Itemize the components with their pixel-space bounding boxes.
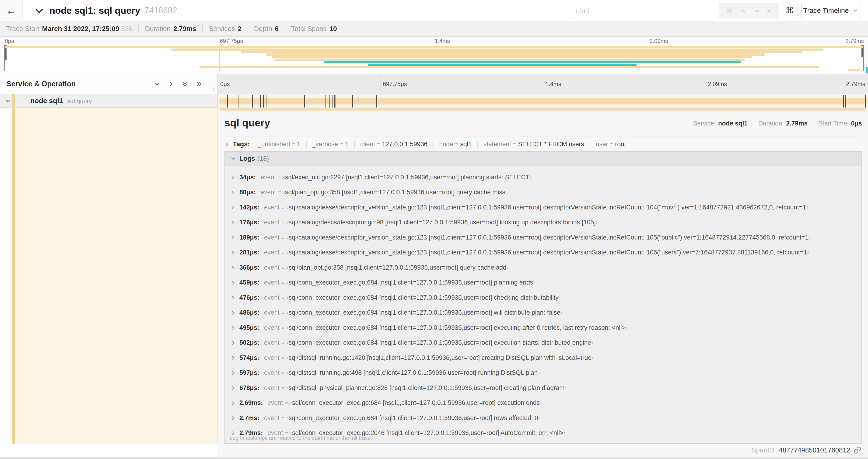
locate-icon[interactable] — [725, 7, 733, 15]
span-detail-row: sql query Service:node sql1Duration:2.79… — [0, 108, 868, 444]
log-body: event=‹sql/exec_util.go:2297 [nsql1,clie… — [260, 174, 532, 181]
log-tick — [266, 95, 267, 107]
log-quote-close: › — [626, 324, 628, 331]
log-row[interactable]: 486μs:event=‹sql/conn_executor_exec.go:6… — [225, 305, 862, 321]
log-row[interactable]: 476μs:event=‹sql/conn_executor_exec.go:6… — [225, 290, 862, 305]
log-equals: = — [281, 204, 285, 210]
log-equals: = — [281, 280, 285, 286]
log-tick — [332, 95, 333, 107]
log-field-key: event — [264, 204, 280, 211]
log-tick — [376, 95, 377, 107]
log-chevron-icon — [230, 190, 236, 195]
log-message: sql/conn_executor_exec.go:684 [nsql1,cli… — [289, 324, 626, 331]
spanid-label: SpanID: — [751, 447, 776, 454]
span-row-label[interactable]: node sql1 sql query — [0, 94, 217, 108]
log-timestamp: 486μs: — [239, 309, 259, 316]
log-equals: = — [281, 234, 285, 241]
log-row[interactable]: 597μs:event=‹sql/distsql_running.go:498 … — [225, 365, 862, 381]
find-input[interactable] — [570, 3, 719, 19]
minimap-canvas[interactable] — [4, 45, 864, 71]
collapse-one-icon[interactable] — [154, 80, 160, 88]
detail-span-bar — [219, 108, 866, 110]
log-quote-close: › — [596, 219, 598, 226]
log-row[interactable]: 142μs:event=‹sql/catalog/lease/descripto… — [225, 200, 862, 215]
log-equals: = — [278, 174, 281, 181]
span-bar-cell[interactable] — [217, 94, 868, 108]
tags-section[interactable]: Tags: _unfinished=1_verbose=1client=127.… — [223, 139, 862, 150]
log-row[interactable]: 678μs:event=‹sql/distsql_physical_planne… — [225, 381, 862, 396]
log-chevron-icon — [230, 220, 236, 225]
log-row[interactable]: 80μs:event=‹sql/plan_opt.go:358 [nsql1,c… — [225, 185, 862, 200]
keyboard-shortcuts-button[interactable]: ⌘ — [782, 3, 798, 18]
log-equals: = — [281, 264, 285, 271]
clear-find-icon[interactable]: × — [767, 7, 771, 15]
log-equals: = — [281, 219, 285, 226]
find-prev-icon[interactable] — [739, 7, 747, 15]
summary-label: Services — [209, 25, 235, 33]
logs-header[interactable]: Logs (18) — [225, 152, 862, 166]
log-quote-open: ‹ — [286, 339, 289, 346]
log-quote-close: › — [538, 415, 540, 421]
logs-count: (18) — [257, 155, 269, 162]
log-quote-open: ‹ — [286, 415, 289, 421]
log-row[interactable]: 495μs:event=‹sql/conn_executor_exec.go:6… — [225, 320, 862, 335]
log-row[interactable]: 459μs:event=‹sql/conn_executor_exec.go:6… — [225, 275, 862, 290]
column-resize-handle[interactable] — [213, 87, 217, 92]
trace-collapse-chevron-icon[interactable] — [34, 6, 44, 16]
log-row[interactable]: 2.69ms:event=‹sql/conn_executor_exec.go:… — [225, 396, 862, 411]
log-message: sql/catalog/lease/descriptor_version_sta… — [289, 249, 807, 256]
summary-label: Trace Start — [6, 25, 39, 33]
collapse-all-icon[interactable] — [182, 80, 189, 88]
log-chevron-icon — [230, 204, 236, 210]
log-row[interactable]: 34μs:event=‹sql/exec_util.go:2297 [nsql1… — [225, 170, 862, 185]
span-collapse-chevron-icon[interactable] — [5, 97, 11, 104]
log-timestamp: 678μs: — [239, 384, 259, 392]
log-row[interactable]: 201μs:event=‹sql/catalog/lease/descripto… — [225, 245, 862, 260]
log-row[interactable]: 502μs:event=‹sql/conn_executor_exec.go:6… — [225, 335, 862, 351]
view-options-button[interactable]: Trace Timeline — [801, 3, 860, 18]
log-row[interactable]: 189μs:event=‹sql/catalog/lease/descripto… — [225, 230, 862, 245]
log-chevron-icon — [230, 280, 236, 286]
tag-equals: = — [340, 141, 343, 147]
log-message: sql/distsql_physical_planner.go:828 [nsq… — [289, 384, 565, 391]
log-equals: = — [281, 385, 285, 391]
timeline-axis-label: 2.79ms — [846, 74, 865, 94]
detail-left-panel — [15, 108, 217, 444]
log-field-key: event — [264, 264, 280, 271]
log-message: sql/exec_util.go:2297 [nsql1,client=127.… — [285, 174, 530, 181]
log-quote-close: › — [806, 204, 808, 211]
log-timestamp: 459μs: — [239, 279, 259, 286]
find-next-icon[interactable] — [753, 7, 761, 15]
command-icon: ⌘ — [785, 6, 794, 15]
log-quote-open: ‹ — [286, 204, 289, 211]
log-quote-open: ‹ — [290, 399, 292, 406]
log-field-key: event — [264, 279, 280, 286]
meta-label: Start Time: — [818, 120, 849, 127]
log-row[interactable]: 2.7ms:event=‹sql/conn_executor_exec.go:6… — [225, 411, 862, 426]
back-button[interactable]: ← — [0, 0, 23, 21]
deep-link-icon[interactable] — [854, 446, 862, 454]
log-tick — [336, 95, 336, 107]
log-message: sql/conn_executor_exec.go:684 [nsql1,cli… — [289, 339, 591, 346]
log-row[interactable]: 176μs:event=‹sql/catalog/descs/descripto… — [225, 215, 862, 230]
log-quote-open: ‹ — [286, 249, 289, 256]
summary-item: Duration2.79ms — [138, 25, 202, 33]
tag-value: sql1 — [460, 141, 472, 148]
tag-key: client — [360, 141, 375, 148]
meta-label: Duration: — [758, 120, 784, 127]
tag-item: node=sql1 — [433, 141, 477, 148]
timeline-gridline — [706, 74, 706, 94]
span-service-name: node sql1 — [30, 97, 63, 105]
summary-item: Services2 — [202, 25, 247, 33]
logs-chevron-icon — [230, 156, 236, 162]
log-row[interactable]: 366μs:event=‹sql/plan_opt.go:358 [nsql1,… — [225, 260, 862, 275]
log-row[interactable]: 574μs:event=‹sql/distsql_running.go:1420… — [225, 350, 862, 365]
expand-all-icon[interactable] — [195, 80, 203, 88]
tag-value: 1 — [345, 141, 349, 148]
minimap-span — [5, 46, 863, 48]
tag-value: 1 — [297, 141, 301, 148]
log-chevron-icon — [230, 385, 236, 391]
span-row: node sql1 sql query — [0, 94, 868, 108]
expand-one-icon[interactable] — [167, 80, 175, 88]
tags-label: Tags: — [233, 140, 250, 148]
